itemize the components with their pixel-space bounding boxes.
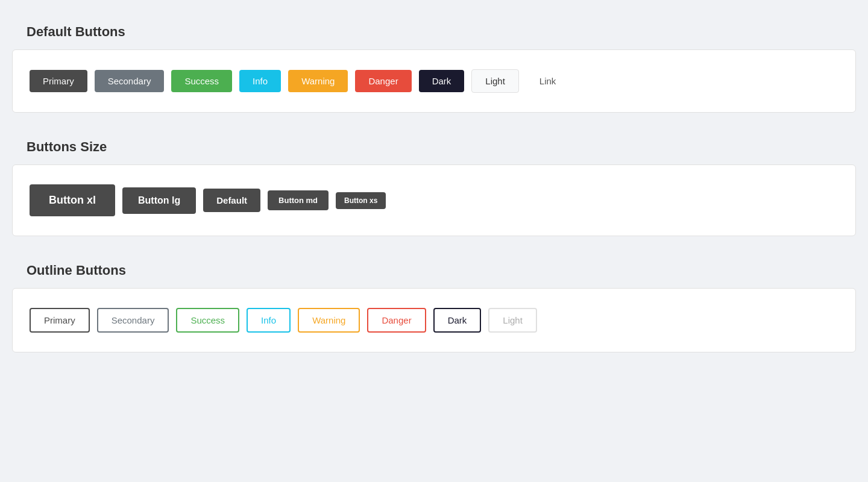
- outline-buttons-card: Primary Secondary Success Info Warning D…: [12, 288, 856, 352]
- btn-light[interactable]: Light: [471, 69, 519, 93]
- btn-outline-primary[interactable]: Primary: [30, 308, 90, 333]
- btn-xs[interactable]: Button xs: [336, 192, 386, 209]
- btn-info[interactable]: Info: [239, 70, 281, 92]
- btn-outline-info[interactable]: Info: [247, 308, 291, 333]
- btn-link[interactable]: Link: [526, 70, 570, 92]
- outline-buttons-title: Outline Buttons: [12, 251, 856, 288]
- btn-default-size[interactable]: Default: [203, 189, 260, 212]
- btn-lg[interactable]: Button lg: [122, 187, 196, 214]
- btn-outline-danger[interactable]: Danger: [367, 308, 426, 333]
- default-buttons-card: Primary Secondary Success Info Warning D…: [12, 49, 856, 113]
- btn-dark[interactable]: Dark: [419, 70, 465, 92]
- btn-xl[interactable]: Button xl: [30, 184, 115, 216]
- size-buttons-row: Button xl Button lg Default Button md Bu…: [30, 184, 838, 216]
- outline-buttons-row: Primary Secondary Success Info Warning D…: [30, 308, 838, 333]
- btn-md[interactable]: Button md: [268, 190, 329, 210]
- btn-outline-light[interactable]: Light: [488, 308, 537, 333]
- default-buttons-title: Default Buttons: [12, 12, 856, 49]
- btn-warning[interactable]: Warning: [288, 70, 348, 92]
- btn-secondary[interactable]: Secondary: [95, 70, 165, 92]
- btn-primary[interactable]: Primary: [30, 70, 87, 92]
- btn-danger[interactable]: Danger: [355, 70, 411, 92]
- buttons-size-section: Buttons Size Button xl Button lg Default…: [12, 127, 856, 236]
- default-buttons-row: Primary Secondary Success Info Warning D…: [30, 69, 838, 93]
- outline-buttons-section: Outline Buttons Primary Secondary Succes…: [12, 251, 856, 352]
- btn-outline-dark[interactable]: Dark: [433, 308, 482, 333]
- buttons-size-card: Button xl Button lg Default Button md Bu…: [12, 164, 856, 236]
- btn-success[interactable]: Success: [171, 70, 232, 92]
- btn-outline-secondary[interactable]: Secondary: [97, 308, 169, 333]
- btn-outline-warning[interactable]: Warning: [298, 308, 360, 333]
- buttons-size-title: Buttons Size: [12, 127, 856, 164]
- default-buttons-section: Default Buttons Primary Secondary Succes…: [12, 12, 856, 113]
- btn-outline-success[interactable]: Success: [176, 308, 239, 333]
